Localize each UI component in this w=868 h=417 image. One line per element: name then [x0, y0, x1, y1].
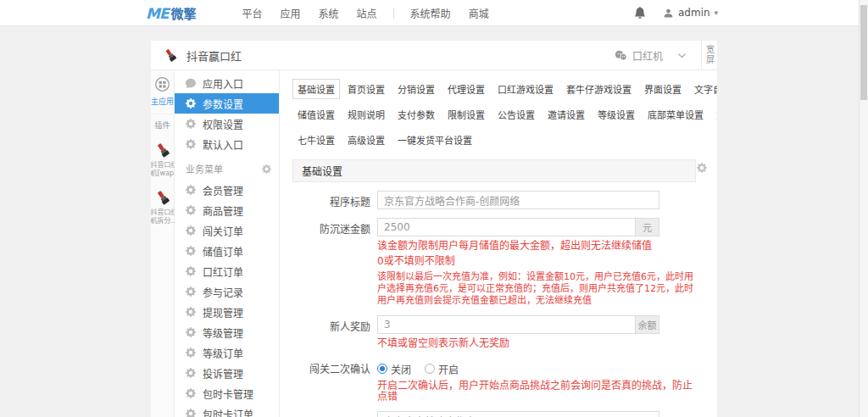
nav-divider — [393, 8, 394, 19]
logo-mark-icon: ME — [146, 5, 169, 22]
tab-代理设置[interactable]: 代理设置 — [442, 79, 490, 99]
rail-app-2[interactable]: 抖音口红机拆分... — [151, 189, 175, 225]
tab-底部菜单设置[interactable]: 底部菜单设置 — [643, 104, 709, 125]
menu-item[interactable]: 会员管理 — [175, 180, 279, 200]
menu-item[interactable]: 口红订单 — [175, 261, 279, 281]
lipstick-app-icon — [154, 189, 171, 206]
input-程序标题[interactable] — [377, 191, 659, 209]
channel-selector[interactable]: 口红机 — [615, 48, 663, 63]
menu-item[interactable]: 闯关订单 — [175, 220, 279, 241]
input-底部版权设置[interactable] — [377, 411, 659, 417]
weiengine-logo[interactable]: ME 微擎 — [146, 4, 197, 22]
user-menu[interactable]: admin ▾ — [663, 7, 718, 19]
menu-item[interactable]: 默认入口 — [175, 134, 279, 154]
tab-基础设置[interactable]: 基础设置 — [292, 79, 340, 99]
form-col: 元该金额为限制用户每月储值的最大金额，超出则无法继续储值0或不填则不限制该限制以… — [377, 218, 696, 307]
nav-item-1[interactable]: 平台 — [237, 3, 268, 24]
tab-储值设置[interactable]: 储值设置 — [292, 104, 340, 125]
rail-apps: 抖音口红机[wap...抖音口红机拆分... — [151, 131, 175, 225]
caret-down-icon: ▾ — [715, 8, 719, 17]
channel-icon — [615, 50, 627, 61]
menu-item[interactable]: 商品管理 — [175, 200, 279, 220]
tab-活动模式[interactable]: 活动模式 — [711, 104, 717, 125]
tab-规则说明[interactable]: 规则说明 — [342, 104, 390, 125]
topbar: ME 微擎 平台应用系统站点系统帮助商城 admin ▾ — [0, 0, 868, 26]
menu-item[interactable]: 包时卡订单 — [175, 403, 279, 417]
radio-option[interactable]: 关闭 — [377, 362, 411, 376]
panel-body: 主应用 插件 抖音口红机[wap...抖音口红机拆分... 应用入口参数设置权限… — [151, 70, 717, 417]
lipstick-icon — [163, 47, 178, 63]
menu-item[interactable]: 等级订单 — [175, 342, 279, 363]
menu-item[interactable]: 权限设置 — [175, 114, 279, 134]
menu-item[interactable]: 投诉管理 — [175, 363, 279, 383]
input-新人奖励[interactable] — [377, 315, 636, 334]
menu-item[interactable]: 应用入口 — [175, 73, 279, 93]
content: 基础设置首页设置分销设置代理设置口红游戏设置套牛仔游戏设置界面设置文字自定义储值… — [280, 70, 717, 417]
tabs-row-2: 储值设置规则说明支付参数限制设置公告设置邀请设置等级设置底部菜单设置活动模式 — [292, 104, 717, 125]
tab-高级设置[interactable]: 高级设置 — [342, 130, 390, 150]
app-rail: 主应用 插件 抖音口红机[wap...抖音口红机拆分... — [151, 70, 175, 417]
tab-限制设置[interactable]: 限制设置 — [442, 104, 490, 125]
nav-item-3[interactable]: 系统 — [314, 3, 344, 24]
menu-item[interactable]: 包时卡管理 — [175, 383, 279, 403]
input-group — [377, 191, 659, 209]
tab-等级设置[interactable]: 等级设置 — [593, 104, 640, 125]
tabs-row-1: 基础设置首页设置分销设置代理设置口红游戏设置套牛仔游戏设置界面设置文字自定义 — [292, 79, 717, 99]
tab-支付参数[interactable]: 支付参数 — [392, 104, 440, 125]
app-header: 抖音赢口红 口红机 宽屏 — [151, 41, 717, 70]
tab-界面设置[interactable]: 界面设置 — [639, 79, 687, 99]
tab-文字自定义[interactable]: 文字自定义 — [689, 79, 717, 99]
chevron-down-icon[interactable] — [676, 50, 687, 61]
rail-main-app-label[interactable]: 主应用 — [151, 96, 174, 107]
radio-group: 关闭开启 — [377, 358, 696, 376]
tabs-row-3: 七牛设置高级设置一键发货平台设置 — [292, 130, 717, 150]
topbar-right: admin ▾ — [634, 0, 718, 25]
user-icon — [663, 8, 674, 19]
form-label: 防沉迷金额 — [292, 218, 370, 307]
lipstick-app-icon — [154, 142, 171, 158]
radio-option[interactable]: 开启 — [425, 362, 459, 376]
rail-app-1[interactable]: 抖音口红机[wap... — [151, 142, 175, 178]
tab-七牛设置[interactable]: 七牛设置 — [292, 130, 340, 150]
tab-口红游戏设置[interactable]: 口红游戏设置 — [492, 79, 559, 99]
settings-section: 基础设置 程序标题防沉迷金额元该金额为限制用户每月储值的最大金额，超出则无法继续… — [292, 159, 696, 417]
top-nav: 平台应用系统站点系统帮助商城 — [237, 3, 494, 24]
input-addon: 元 — [636, 218, 659, 236]
scrollbar-thumb[interactable] — [860, 5, 867, 100]
input-防沉迷金额[interactable] — [377, 218, 636, 236]
tab-邀请设置[interactable]: 邀请设置 — [542, 104, 590, 125]
menu-business-group: 会员管理商品管理闯关订单储值订单口红订单参与记录提现管理等级管理等级订单投诉管理… — [175, 180, 279, 417]
main-app-grid-icon[interactable] — [154, 76, 170, 92]
menu-item[interactable]: 等级管理 — [175, 322, 279, 342]
nav-item-5[interactable]: 系统帮助 — [405, 3, 456, 24]
nav-item-2[interactable]: 应用 — [275, 3, 306, 24]
tab-首页设置[interactable]: 首页设置 — [342, 79, 390, 99]
rail-app-label: 抖音口红机拆分... — [151, 208, 175, 225]
nav-item-6[interactable]: 商城 — [464, 3, 494, 24]
form-row: 底部版权设置显示在首页和我的页面 — [292, 411, 696, 417]
tab-一键发货平台设置[interactable]: 一键发货平台设置 — [392, 130, 477, 150]
form-label: 程序标题 — [292, 191, 370, 209]
widescreen-toggle[interactable]: 宽屏 — [701, 41, 717, 70]
help-text: 开启二次确认后，用户开始点商品挑战之前会询问是否真的挑战，防止点错 — [377, 381, 696, 403]
scrollbar[interactable] — [859, 0, 868, 417]
form-label: 底部版权设置 — [292, 411, 370, 417]
menu-item[interactable]: 参与记录 — [175, 281, 279, 302]
nav-item-4[interactable]: 站点 — [352, 3, 382, 24]
form-label: 闯关二次确认 — [292, 358, 370, 403]
app-title: 抖音赢口红 — [186, 47, 242, 64]
app-title-wrap: 抖音赢口红 — [163, 47, 242, 64]
form-body: 程序标题防沉迷金额元该金额为限制用户每月储值的最大金额，超出则无法继续储值0或不… — [292, 182, 696, 417]
menu-item[interactable]: 提现管理 — [175, 302, 279, 322]
module-menu: 应用入口参数设置权限设置默认入口 业务菜单 会员管理商品管理闯关订单储值订单口红… — [175, 70, 280, 417]
panel-gear-icon[interactable] — [697, 163, 707, 173]
section-gear-icon[interactable] — [262, 164, 271, 174]
tab-套牛仔游戏设置[interactable]: 套牛仔游戏设置 — [561, 79, 637, 99]
bell-icon[interactable] — [634, 7, 646, 19]
menu-top-group: 应用入口参数设置权限设置默认入口 — [175, 73, 279, 154]
tab-公告设置[interactable]: 公告设置 — [492, 104, 540, 125]
rail-plugins-label: 插件 — [154, 120, 170, 131]
menu-item[interactable]: 储值订单 — [175, 241, 279, 261]
menu-item[interactable]: 参数设置 — [175, 93, 279, 114]
tab-分销设置[interactable]: 分销设置 — [392, 79, 440, 99]
